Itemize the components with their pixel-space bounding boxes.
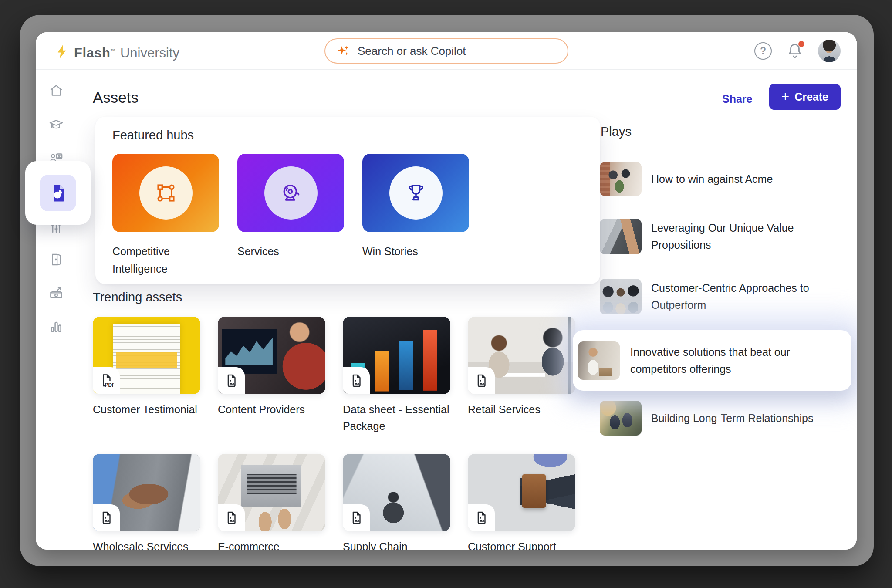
play-label: Building Long-Term Relationships xyxy=(651,410,813,427)
user-avatar[interactable] xyxy=(818,40,841,62)
asset-card-content-providers[interactable]: Content Providers xyxy=(218,317,325,418)
hub-icon-disc xyxy=(389,166,443,220)
asset-card-data-sheet[interactable]: Data sheet - Essential Package xyxy=(343,317,450,434)
page-title: Assets xyxy=(93,89,139,106)
hub-label: Services xyxy=(237,243,344,260)
hub-tile xyxy=(362,154,469,232)
document-pie-chart-icon xyxy=(48,183,68,203)
create-button[interactable]: + Create xyxy=(769,84,841,110)
hub-tile xyxy=(237,154,344,232)
image-file-icon xyxy=(99,510,114,525)
image-badge xyxy=(343,367,370,394)
pdf-badge: PDF xyxy=(93,367,120,394)
notifications-button[interactable] xyxy=(786,42,804,60)
asset-card-ecommerce[interactable]: E-commerce xyxy=(218,454,325,550)
play-thumbnail xyxy=(578,341,620,380)
object-group-icon xyxy=(153,180,179,206)
brand-name: Flash™ xyxy=(74,45,116,61)
svg-text:PDF: PDF xyxy=(105,382,114,388)
image-badge xyxy=(343,504,370,531)
hub-tile xyxy=(112,154,219,232)
screenshot-root: { "header": { "brand": "Flash", "brand_t… xyxy=(0,0,892,588)
asset-card-supply-chain[interactable]: Supply Chain xyxy=(343,454,450,550)
play-item-leveraging-value[interactable]: Leveraging Our Unique Value Propositions xyxy=(600,219,844,254)
plays-title: Plays xyxy=(601,125,632,139)
sidebar-active-tile xyxy=(40,175,76,211)
share-button[interactable]: Share xyxy=(722,93,752,105)
asset-label: Content Providers xyxy=(218,401,325,418)
hub-icon-disc xyxy=(139,166,193,220)
asset-label: Retail Services xyxy=(468,401,575,418)
lightning-bolt-icon xyxy=(54,44,70,60)
sparkle-icon xyxy=(337,44,350,57)
image-badge xyxy=(218,367,245,394)
trademark: ™ xyxy=(110,48,116,54)
alarm-bell-icon xyxy=(278,180,304,206)
asset-card-retail-services[interactable]: Retail Services xyxy=(468,317,575,418)
asset-label: Customer Testimonial xyxy=(93,401,200,418)
sidebar-item-assets-active[interactable] xyxy=(25,161,91,225)
hub-label: Competitive Intelligence xyxy=(112,243,219,277)
play-thumbnail xyxy=(600,162,642,196)
featured-hubs-title: Featured hubs xyxy=(112,128,194,142)
create-button-label: Create xyxy=(794,91,828,103)
asset-label: Data sheet - Essential Package xyxy=(343,401,450,434)
play-label: How to win against Acme xyxy=(651,171,773,188)
play-item-customer-centric[interactable]: Customer-Centric Approaches to Outperfor… xyxy=(600,279,844,314)
search-input[interactable]: Search or ask Copilot xyxy=(324,38,568,64)
plus-icon: + xyxy=(781,89,789,105)
app-window-content: Flash™ University Search or ask Copilot … xyxy=(36,32,857,550)
pdf-file-icon: PDF xyxy=(99,373,114,388)
help-icon[interactable]: ? xyxy=(754,42,772,60)
image-badge xyxy=(468,367,495,394)
image-file-icon xyxy=(474,510,489,525)
hub-win-stories[interactable]: Win Stories xyxy=(362,154,469,260)
image-file-icon xyxy=(474,373,489,388)
asset-card-wholesale-services[interactable]: Wholesale Services xyxy=(93,454,200,550)
asset-label: Customer Support xyxy=(468,538,575,550)
app-window: Flash™ University Search or ask Copilot … xyxy=(36,32,857,550)
asset-card-customer-testimonial[interactable]: PDF Customer Testimonial xyxy=(93,317,200,418)
play-thumbnail xyxy=(600,279,642,314)
notification-dot xyxy=(798,41,804,47)
brand-logo: Flash™ University xyxy=(54,42,179,61)
hub-icon-disc xyxy=(264,166,318,220)
revenue-icon[interactable] xyxy=(49,286,64,301)
hub-services[interactable]: Services xyxy=(237,154,344,260)
door-open-icon[interactable] xyxy=(49,252,64,267)
play-label: Leveraging Our Unique Value Propositions xyxy=(651,220,838,253)
search-placeholder: Search or ask Copilot xyxy=(358,44,466,58)
hub-competitive-intelligence[interactable]: Competitive Intelligence xyxy=(112,154,219,277)
play-label: Innovative solutions that beat our compe… xyxy=(630,344,831,378)
play-item-innovative-solutions[interactable]: Innovative solutions that beat our compe… xyxy=(573,330,851,391)
featured-hubs-card: Featured hubs Competitive Intelligence xyxy=(95,117,600,284)
play-label: Customer-Centric Approaches to Outperfor… xyxy=(651,280,838,314)
image-badge xyxy=(93,504,120,531)
image-badge xyxy=(218,504,245,531)
trophy-icon xyxy=(403,180,429,206)
image-file-icon xyxy=(349,373,364,388)
image-badge xyxy=(468,504,495,531)
graduation-cap-icon[interactable] xyxy=(49,118,64,132)
image-file-icon xyxy=(349,510,364,525)
asset-card-customer-support[interactable]: Customer Support xyxy=(468,454,575,550)
hub-label: Win Stories xyxy=(362,243,469,260)
image-file-icon xyxy=(224,373,239,388)
asset-label: Wholesale Services xyxy=(93,538,200,550)
bar-chart-icon[interactable] xyxy=(49,319,64,334)
asset-label: E-commerce xyxy=(218,538,325,550)
asset-label: Supply Chain xyxy=(343,538,450,550)
play-item-how-to-win[interactable]: How to win against Acme xyxy=(600,162,844,196)
home-icon[interactable] xyxy=(49,83,64,98)
top-bar: Flash™ University Search or ask Copilot … xyxy=(36,32,857,70)
play-thumbnail xyxy=(600,219,642,254)
product-name: University xyxy=(120,45,179,61)
image-file-icon xyxy=(224,510,239,525)
header-actions: ? xyxy=(754,32,841,70)
trending-assets-title: Trending assets xyxy=(93,290,182,304)
